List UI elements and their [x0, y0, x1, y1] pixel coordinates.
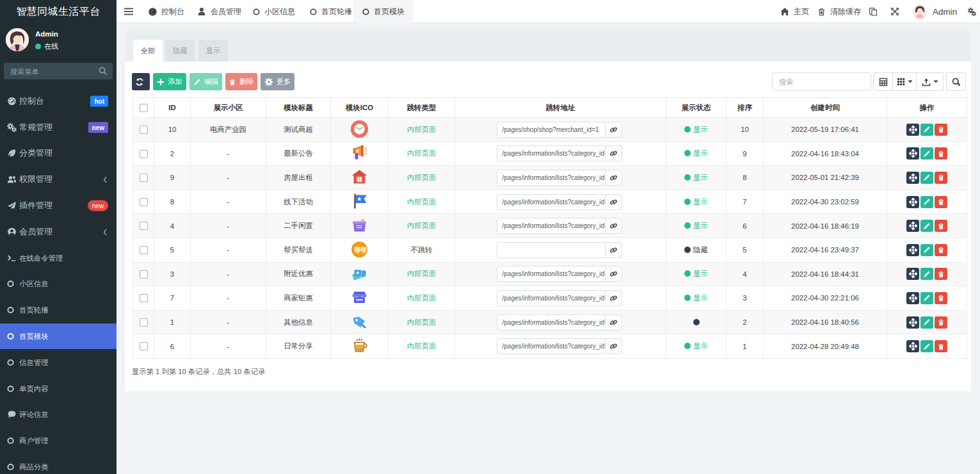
svg-text:帮: 帮 [360, 246, 367, 253]
svg-text:帮: 帮 [354, 246, 361, 253]
